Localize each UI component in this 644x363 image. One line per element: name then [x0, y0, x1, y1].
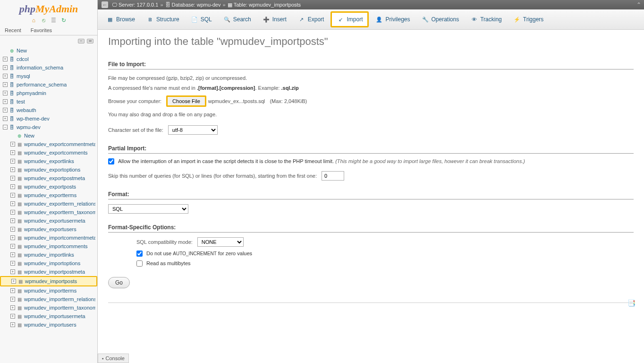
- tree-toggle-icon[interactable]: +: [10, 314, 15, 319]
- bc-table[interactable]: Table: wpmudev_importposts: [234, 2, 301, 8]
- tree-table-wpmudev_exportcomments[interactable]: +▦wpmudev_exportcomments: [0, 148, 97, 157]
- tree-toggle-icon[interactable]: +: [10, 201, 15, 206]
- skip-queries-input[interactable]: [322, 171, 344, 181]
- nav-operations[interactable]: 🔧Operations: [417, 11, 464, 27]
- tree-table-wpmudev_exportterm_taxonomy[interactable]: +▦wpmudev_exportterm_taxonomy: [0, 208, 97, 216]
- tree-db-webauth[interactable]: +🗄webauth: [0, 106, 97, 114]
- nav-structure[interactable]: 🗎Structure: [142, 11, 184, 27]
- tree-toggle-icon[interactable]: +: [3, 74, 8, 78]
- tree-table-wpmudev_importterm_taxonomy[interactable]: +▦wpmudev_importterm_taxonomy: [0, 303, 97, 312]
- tree-table-wpmudev_importusers[interactable]: +▦wpmudev_importusers: [0, 320, 97, 329]
- nav-privileges[interactable]: 👤Privileges: [371, 11, 415, 27]
- tree-db-mysql[interactable]: +🗄mysql: [0, 72, 97, 80]
- back-icon[interactable]: ←: [102, 1, 108, 8]
- nav-browse[interactable]: ▦Browse: [102, 11, 140, 27]
- nav-tracking[interactable]: 👁Tracking: [466, 11, 507, 27]
- tree-table-wpmudev_exportterm_relationships[interactable]: +▦wpmudev_exportterm_relationships: [0, 199, 97, 208]
- tree-table-wpmudev_importoptions[interactable]: +▦wpmudev_importoptions: [0, 259, 97, 268]
- console-toggle[interactable]: ▪Console: [98, 354, 129, 363]
- allow-interruption-checkbox[interactable]: [108, 158, 114, 164]
- tree-table-wpmudev_importterms[interactable]: +▦wpmudev_importterms: [0, 286, 97, 295]
- docs-icon[interactable]: ☰: [51, 17, 57, 24]
- tree-toggle-icon[interactable]: +: [3, 65, 8, 70]
- tree-table-wpmudev_importcommentmeta[interactable]: +▦wpmudev_importcommentmeta: [0, 233, 97, 242]
- refresh-icon[interactable]: ↻: [60, 17, 67, 24]
- tree-new-db[interactable]: ⊕New: [0, 46, 97, 55]
- tree-toggle-icon[interactable]: +: [10, 210, 15, 215]
- logout-icon[interactable]: ⎋: [40, 17, 47, 24]
- bc-server[interactable]: Server: 127.0.0.1: [119, 2, 158, 8]
- tree-table-wpmudev_exportpostmeta[interactable]: +▦wpmudev_exportpostmeta: [0, 174, 97, 182]
- tree-toggle-icon[interactable]: +: [10, 269, 15, 274]
- tree-table-wpmudev_exportlinks[interactable]: +▦wpmudev_exportlinks: [0, 157, 97, 165]
- charset-select[interactable]: utf-8: [168, 125, 218, 135]
- tree-table-wpmudev_exportusermeta[interactable]: +▦wpmudev_exportusermeta: [0, 216, 97, 225]
- tree-toggle-icon[interactable]: +: [10, 235, 15, 240]
- tree-toggle-icon[interactable]: +: [10, 193, 15, 198]
- tree-db-test[interactable]: +🗄test: [0, 97, 97, 106]
- tree-toggle-icon[interactable]: −: [3, 125, 8, 130]
- tree-toggle-icon[interactable]: +: [11, 279, 16, 284]
- nav-sql[interactable]: 📄SQL: [186, 11, 217, 27]
- tree-table-wpmudev_exportoptions[interactable]: +▦wpmudev_exportoptions: [0, 165, 97, 174]
- tree-toggle-icon[interactable]: +: [10, 150, 15, 155]
- tree-toggle-icon[interactable]: +: [3, 57, 8, 61]
- link-icon[interactable]: ∞: [87, 39, 93, 43]
- tree-toggle-icon[interactable]: +: [10, 159, 15, 164]
- tree-toggle-icon[interactable]: +: [10, 252, 15, 257]
- tree-toggle-icon[interactable]: +: [10, 227, 15, 232]
- collapse-breadcrumb-icon[interactable]: ⌃: [636, 1, 641, 8]
- tree-table-wpmudev_exportposts[interactable]: +▦wpmudev_exportposts: [0, 182, 97, 191]
- tab-favorites[interactable]: Favorites: [26, 26, 57, 35]
- tree-toggle-icon[interactable]: +: [3, 108, 8, 112]
- tree-table-wpmudev_importcomments[interactable]: +▦wpmudev_importcomments: [0, 242, 97, 251]
- tab-recent[interactable]: Recent: [0, 26, 26, 35]
- nav-export[interactable]: ↗Export: [293, 11, 329, 27]
- tree-toggle-icon[interactable]: +: [10, 322, 15, 327]
- home-icon[interactable]: ⌂: [30, 17, 37, 24]
- logo[interactable]: phpMyAdmin: [0, 0, 97, 16]
- tree-new-table[interactable]: ⊕New: [0, 131, 97, 140]
- tree-db-performance_schema[interactable]: +🗄performance_schema: [0, 80, 97, 89]
- nav-triggers[interactable]: ⚡Triggers: [508, 11, 549, 27]
- tree-db-phpmyadmin[interactable]: +🗄phpmyadmin: [0, 89, 97, 97]
- tree-toggle-icon[interactable]: +: [3, 99, 8, 104]
- tree-toggle-icon[interactable]: +: [10, 288, 15, 293]
- tree-table-wpmudev_importusermeta[interactable]: +▦wpmudev_importusermeta: [0, 312, 97, 320]
- bookmark-icon[interactable]: 📑: [627, 299, 636, 307]
- tree-table-wpmudev_importlinks[interactable]: +▦wpmudev_importlinks: [0, 251, 97, 259]
- tree-table-wpmudev_exportterms[interactable]: +▦wpmudev_exportterms: [0, 191, 97, 199]
- collapse-all-icon[interactable]: −: [78, 39, 85, 43]
- tree-db-information_schema[interactable]: +🗄information_schema: [0, 63, 97, 72]
- go-button[interactable]: Go: [108, 277, 130, 288]
- tree-table-wpmudev_exportusers[interactable]: +▦wpmudev_exportusers: [0, 225, 97, 233]
- autoincrement-checkbox[interactable]: [136, 251, 143, 257]
- tree-table-wpmudev_exportcommentmeta[interactable]: +▦wpmudev_exportcommentmeta: [0, 140, 97, 148]
- choose-file-button[interactable]: Choose File: [166, 95, 206, 107]
- tree-toggle-icon[interactable]: +: [10, 244, 15, 249]
- tree-toggle-icon[interactable]: +: [10, 167, 15, 172]
- tree-toggle-icon[interactable]: +: [3, 116, 8, 121]
- nav-insert[interactable]: ➕Insert: [258, 11, 291, 27]
- tree-toggle-icon[interactable]: +: [10, 261, 15, 266]
- tree-table-wpmudev_importterm_relationships[interactable]: +▦wpmudev_importterm_relationships: [0, 295, 97, 303]
- tree-toggle-icon[interactable]: +: [10, 305, 15, 310]
- tree-toggle-icon[interactable]: +: [10, 142, 15, 147]
- tree-db-cdcol[interactable]: +🗄cdcol: [0, 55, 97, 63]
- tree-db-wp-theme-dev[interactable]: +🗄wp-theme-dev: [0, 114, 97, 123]
- tree-db-wpmu-dev[interactable]: −🗄wpmu-dev: [0, 123, 97, 131]
- tree-table-wpmudev_importpostmeta[interactable]: +▦wpmudev_importpostmeta: [0, 268, 97, 276]
- tree-toggle-icon[interactable]: +: [3, 91, 8, 95]
- tree-toggle-icon[interactable]: +: [10, 297, 15, 302]
- tree-toggle-icon[interactable]: +: [10, 176, 15, 181]
- tree-toggle-icon[interactable]: +: [3, 82, 8, 87]
- multibytes-checkbox[interactable]: [136, 260, 143, 267]
- tree-toggle-icon[interactable]: +: [10, 218, 15, 223]
- nav-search[interactable]: 🔍Search: [219, 11, 256, 27]
- bc-database[interactable]: Database: wpmu-dev: [172, 2, 221, 8]
- compat-mode-select[interactable]: NONE: [197, 237, 244, 247]
- tree-toggle-icon[interactable]: +: [10, 184, 15, 189]
- format-select[interactable]: SQL: [108, 204, 188, 214]
- nav-import[interactable]: ↙Import: [330, 11, 369, 27]
- tree-table-wpmudev_importposts[interactable]: +▦wpmudev_importposts: [0, 276, 97, 286]
